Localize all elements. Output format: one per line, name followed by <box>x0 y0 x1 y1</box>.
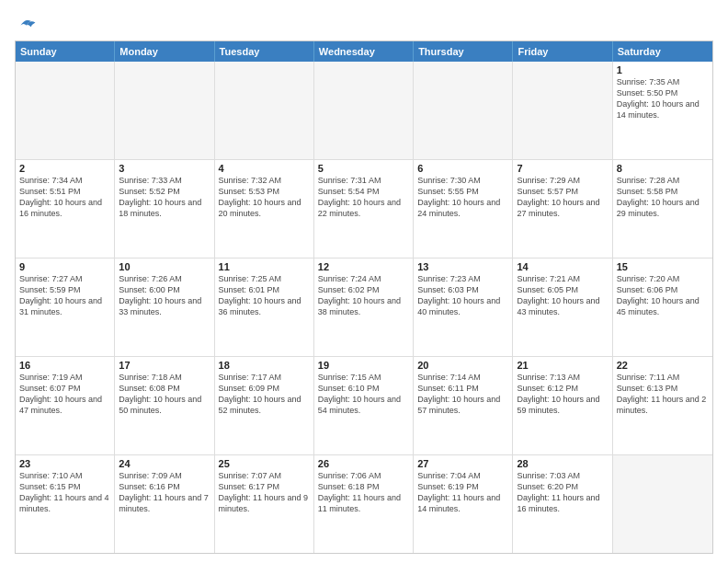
day-number: 27 <box>417 458 508 469</box>
day-number: 12 <box>318 261 409 272</box>
cal-cell: 15Sunrise: 7:20 AM Sunset: 6:06 PM Dayli… <box>613 259 712 356</box>
day-number: 4 <box>219 163 310 174</box>
cal-header-day: Tuesday <box>215 41 314 62</box>
day-info: Sunrise: 7:27 AM Sunset: 5:59 PM Dayligh… <box>19 273 110 318</box>
day-number: 20 <box>417 360 508 371</box>
cal-cell <box>215 62 314 159</box>
day-number: 24 <box>119 458 210 469</box>
header <box>15 15 713 33</box>
day-info: Sunrise: 7:09 AM Sunset: 6:16 PM Dayligh… <box>119 470 210 515</box>
cal-week-row: 23Sunrise: 7:10 AM Sunset: 6:15 PM Dayli… <box>16 455 712 553</box>
day-info: Sunrise: 7:03 AM Sunset: 6:20 PM Dayligh… <box>517 470 608 515</box>
cal-cell: 28Sunrise: 7:03 AM Sunset: 6:20 PM Dayli… <box>513 455 612 553</box>
cal-cell <box>613 455 712 553</box>
cal-cell: 7Sunrise: 7:29 AM Sunset: 5:57 PM Daylig… <box>513 160 612 258</box>
cal-cell: 25Sunrise: 7:07 AM Sunset: 6:17 PM Dayli… <box>215 455 314 553</box>
day-info: Sunrise: 7:14 AM Sunset: 6:11 PM Dayligh… <box>417 372 508 417</box>
cal-cell: 8Sunrise: 7:28 AM Sunset: 5:58 PM Daylig… <box>613 160 712 258</box>
day-number: 6 <box>417 163 508 174</box>
day-info: Sunrise: 7:29 AM Sunset: 5:57 PM Dayligh… <box>517 175 608 220</box>
day-number: 16 <box>19 360 110 371</box>
cal-cell <box>16 62 115 159</box>
cal-header-day: Thursday <box>414 41 513 62</box>
cal-header-day: Sunday <box>16 41 115 62</box>
day-info: Sunrise: 7:13 AM Sunset: 6:12 PM Dayligh… <box>517 372 608 417</box>
day-number: 11 <box>219 261 310 272</box>
cal-week-row: 1Sunrise: 7:35 AM Sunset: 5:50 PM Daylig… <box>16 62 712 160</box>
day-number: 14 <box>517 261 608 272</box>
logo <box>15 15 39 33</box>
day-info: Sunrise: 7:06 AM Sunset: 6:18 PM Dayligh… <box>318 470 409 515</box>
cal-header-day: Monday <box>115 41 214 62</box>
day-info: Sunrise: 7:28 AM Sunset: 5:58 PM Dayligh… <box>617 175 709 220</box>
day-number: 2 <box>19 163 110 174</box>
cal-cell <box>115 62 214 159</box>
cal-week-row: 16Sunrise: 7:19 AM Sunset: 6:07 PM Dayli… <box>16 357 712 455</box>
day-info: Sunrise: 7:23 AM Sunset: 6:03 PM Dayligh… <box>417 273 508 318</box>
day-info: Sunrise: 7:33 AM Sunset: 5:52 PM Dayligh… <box>119 175 210 220</box>
cal-cell: 14Sunrise: 7:21 AM Sunset: 6:05 PM Dayli… <box>513 259 612 356</box>
cal-header-day: Saturday <box>613 41 712 62</box>
calendar-header: SundayMondayTuesdayWednesdayThursdayFrid… <box>16 41 712 62</box>
day-info: Sunrise: 7:11 AM Sunset: 6:13 PM Dayligh… <box>617 372 709 417</box>
cal-cell: 16Sunrise: 7:19 AM Sunset: 6:07 PM Dayli… <box>16 357 115 454</box>
cal-cell: 23Sunrise: 7:10 AM Sunset: 6:15 PM Dayli… <box>16 455 115 553</box>
cal-cell: 5Sunrise: 7:31 AM Sunset: 5:54 PM Daylig… <box>314 160 414 258</box>
day-info: Sunrise: 7:25 AM Sunset: 6:01 PM Dayligh… <box>219 273 310 318</box>
cal-cell <box>414 62 513 159</box>
cal-cell: 21Sunrise: 7:13 AM Sunset: 6:12 PM Dayli… <box>513 357 612 454</box>
day-info: Sunrise: 7:10 AM Sunset: 6:15 PM Dayligh… <box>19 470 110 515</box>
day-info: Sunrise: 7:31 AM Sunset: 5:54 PM Dayligh… <box>318 175 409 220</box>
day-number: 26 <box>318 458 409 469</box>
cal-cell: 24Sunrise: 7:09 AM Sunset: 6:16 PM Dayli… <box>115 455 214 553</box>
day-info: Sunrise: 7:30 AM Sunset: 5:55 PM Dayligh… <box>417 175 508 220</box>
day-info: Sunrise: 7:34 AM Sunset: 5:51 PM Dayligh… <box>19 175 110 220</box>
day-info: Sunrise: 7:20 AM Sunset: 6:06 PM Dayligh… <box>617 273 709 318</box>
day-info: Sunrise: 7:21 AM Sunset: 6:05 PM Dayligh… <box>517 273 608 318</box>
day-number: 1 <box>617 64 709 75</box>
page: SundayMondayTuesdayWednesdayThursdayFrid… <box>0 0 728 563</box>
day-number: 13 <box>417 261 508 272</box>
cal-header-day: Friday <box>513 41 612 62</box>
day-number: 3 <box>119 163 210 174</box>
day-info: Sunrise: 7:19 AM Sunset: 6:07 PM Dayligh… <box>19 372 110 417</box>
day-number: 23 <box>19 458 110 469</box>
day-number: 19 <box>318 360 409 371</box>
cal-cell: 6Sunrise: 7:30 AM Sunset: 5:55 PM Daylig… <box>414 160 513 258</box>
day-number: 17 <box>119 360 210 371</box>
cal-cell: 4Sunrise: 7:32 AM Sunset: 5:53 PM Daylig… <box>215 160 314 258</box>
day-info: Sunrise: 7:35 AM Sunset: 5:50 PM Dayligh… <box>617 76 709 121</box>
logo-icon <box>15 15 37 33</box>
cal-cell: 19Sunrise: 7:15 AM Sunset: 6:10 PM Dayli… <box>314 357 414 454</box>
day-number: 22 <box>617 360 709 371</box>
day-info: Sunrise: 7:07 AM Sunset: 6:17 PM Dayligh… <box>219 470 310 515</box>
cal-cell: 12Sunrise: 7:24 AM Sunset: 6:02 PM Dayli… <box>314 259 414 356</box>
cal-cell: 18Sunrise: 7:17 AM Sunset: 6:09 PM Dayli… <box>215 357 314 454</box>
day-number: 7 <box>517 163 608 174</box>
cal-cell: 17Sunrise: 7:18 AM Sunset: 6:08 PM Dayli… <box>115 357 214 454</box>
day-info: Sunrise: 7:15 AM Sunset: 6:10 PM Dayligh… <box>318 372 409 417</box>
day-info: Sunrise: 7:17 AM Sunset: 6:09 PM Dayligh… <box>219 372 310 417</box>
day-number: 9 <box>19 261 110 272</box>
cal-header-day: Wednesday <box>314 41 414 62</box>
cal-cell: 26Sunrise: 7:06 AM Sunset: 6:18 PM Dayli… <box>314 455 414 553</box>
cal-cell: 1Sunrise: 7:35 AM Sunset: 5:50 PM Daylig… <box>613 62 712 159</box>
day-number: 21 <box>517 360 608 371</box>
day-number: 25 <box>219 458 310 469</box>
day-number: 18 <box>219 360 310 371</box>
cal-week-row: 2Sunrise: 7:34 AM Sunset: 5:51 PM Daylig… <box>16 160 712 259</box>
cal-cell: 13Sunrise: 7:23 AM Sunset: 6:03 PM Dayli… <box>414 259 513 356</box>
cal-cell: 2Sunrise: 7:34 AM Sunset: 5:51 PM Daylig… <box>16 160 115 258</box>
cal-cell: 10Sunrise: 7:26 AM Sunset: 6:00 PM Dayli… <box>115 259 214 356</box>
cal-cell: 3Sunrise: 7:33 AM Sunset: 5:52 PM Daylig… <box>115 160 214 258</box>
cal-week-row: 9Sunrise: 7:27 AM Sunset: 5:59 PM Daylig… <box>16 259 712 357</box>
day-number: 8 <box>617 163 709 174</box>
cal-cell <box>513 62 612 159</box>
cal-cell: 11Sunrise: 7:25 AM Sunset: 6:01 PM Dayli… <box>215 259 314 356</box>
day-info: Sunrise: 7:32 AM Sunset: 5:53 PM Dayligh… <box>219 175 310 220</box>
day-number: 5 <box>318 163 409 174</box>
day-info: Sunrise: 7:24 AM Sunset: 6:02 PM Dayligh… <box>318 273 409 318</box>
calendar-body: 1Sunrise: 7:35 AM Sunset: 5:50 PM Daylig… <box>16 62 712 553</box>
cal-cell: 20Sunrise: 7:14 AM Sunset: 6:11 PM Dayli… <box>414 357 513 454</box>
day-info: Sunrise: 7:04 AM Sunset: 6:19 PM Dayligh… <box>417 470 508 515</box>
